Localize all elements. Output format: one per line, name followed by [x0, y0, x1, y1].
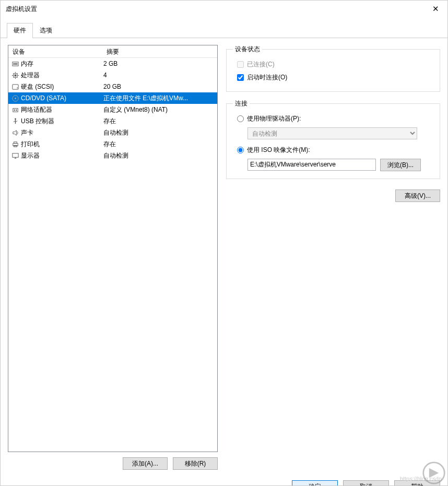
use-physical-radio[interactable]	[237, 115, 244, 122]
connection-legend: 连接	[233, 99, 250, 108]
device-name: 处理器	[20, 71, 102, 80]
window-title: 虚拟机设置	[6, 5, 424, 14]
use-iso-label: 使用 ISO 映像文件(M):	[247, 146, 310, 155]
device-row[interactable]: USB 控制器存在	[8, 115, 217, 127]
connect-poweron-checkbox[interactable]	[237, 74, 244, 81]
device-list-header: 设备 摘要	[8, 45, 217, 58]
device-row[interactable]: CD/DVD (SATA)正在使用文件 E:\虚拟机VMw...	[8, 92, 217, 104]
cd-icon	[8, 94, 20, 102]
connected-checkbox	[237, 61, 244, 68]
memory-icon	[8, 60, 20, 68]
connect-poweron-label: 启动时连接(O)	[247, 73, 287, 82]
device-status-legend: 设备状态	[233, 45, 262, 54]
advanced-button[interactable]: 高级(V)...	[395, 189, 440, 202]
iso-path-input[interactable]	[247, 159, 376, 171]
device-name: CD/DVD (SATA)	[20, 94, 102, 102]
use-physical-row[interactable]: 使用物理驱动器(P):	[233, 112, 433, 125]
close-icon: ✕	[432, 4, 439, 14]
device-summary: 自动检测	[102, 128, 217, 137]
device-summary: 正在使用文件 E:\虚拟机VMw...	[102, 94, 217, 103]
device-row[interactable]: 处理器4	[8, 69, 217, 81]
col-summary: 摘要	[102, 45, 217, 57]
connection-group: 连接 使用物理驱动器(P): 自动检测 使用 ISO 映像文件(M): 浏览(B…	[226, 99, 440, 179]
device-name: 硬盘 (SCSI)	[20, 82, 102, 91]
connected-row: 已连接(C)	[233, 58, 433, 71]
use-iso-radio[interactable]	[237, 147, 244, 153]
device-row[interactable]: 显示器自动检测	[8, 150, 217, 161]
logo-icon	[422, 461, 446, 485]
connected-label: 已连接(C)	[247, 60, 275, 69]
col-device: 设备	[8, 45, 102, 57]
device-status-group: 设备状态 已连接(C) 启动时连接(O)	[226, 45, 440, 92]
device-summary: 2 GB	[102, 60, 217, 67]
add-button[interactable]: 添加(A)...	[123, 457, 168, 470]
device-name: 声卡	[20, 128, 102, 137]
device-name: 网络适配器	[20, 105, 102, 114]
cancel-button[interactable]: 取消	[343, 480, 389, 486]
usb-icon	[8, 117, 20, 125]
sound-icon	[8, 129, 20, 137]
display-icon	[8, 152, 20, 160]
device-summary: 20 GB	[102, 83, 217, 90]
device-summary: 自定义 (VMnet8) (NAT)	[102, 105, 217, 114]
ok-button[interactable]: 确定	[292, 480, 338, 486]
printer-icon	[8, 140, 20, 148]
device-summary: 存在	[102, 140, 217, 149]
browse-button[interactable]: 浏览(B)...	[380, 159, 421, 171]
remove-button[interactable]: 移除(R)	[173, 457, 218, 470]
device-summary: 存在	[102, 117, 217, 126]
tab-options[interactable]: 选项	[33, 23, 59, 38]
device-row[interactable]: 声卡自动检测	[8, 127, 217, 138]
device-name: 打印机	[20, 140, 102, 149]
device-name: 显示器	[20, 151, 102, 160]
device-name: 内存	[20, 60, 102, 68]
tab-bar: 硬件 选项	[1, 18, 447, 38]
device-row[interactable]: 内存2 GB	[8, 58, 217, 69]
device-row[interactable]: 网络适配器自定义 (VMnet8) (NAT)	[8, 104, 217, 115]
device-row[interactable]: 硬盘 (SCSI)20 GB	[8, 81, 217, 92]
device-summary: 自动检测	[102, 151, 217, 160]
device-row[interactable]: 打印机存在	[8, 138, 217, 150]
nic-icon	[8, 106, 20, 114]
device-name: USB 控制器	[20, 117, 102, 126]
physical-drive-select: 自动检测	[247, 127, 417, 139]
use-iso-row[interactable]: 使用 ISO 映像文件(M):	[233, 144, 433, 157]
close-button[interactable]: ✕	[424, 2, 447, 16]
use-physical-label: 使用物理驱动器(P):	[247, 114, 301, 123]
disk-icon	[8, 83, 20, 91]
device-list: 设备 摘要 内存2 GB处理器4硬盘 (SCSI)20 GBCD/DVD (SA…	[8, 45, 218, 452]
device-summary: 4	[102, 72, 217, 79]
tab-hardware[interactable]: 硬件	[7, 23, 33, 38]
cpu-icon	[8, 72, 20, 79]
connect-poweron-row[interactable]: 启动时连接(O)	[233, 71, 433, 84]
